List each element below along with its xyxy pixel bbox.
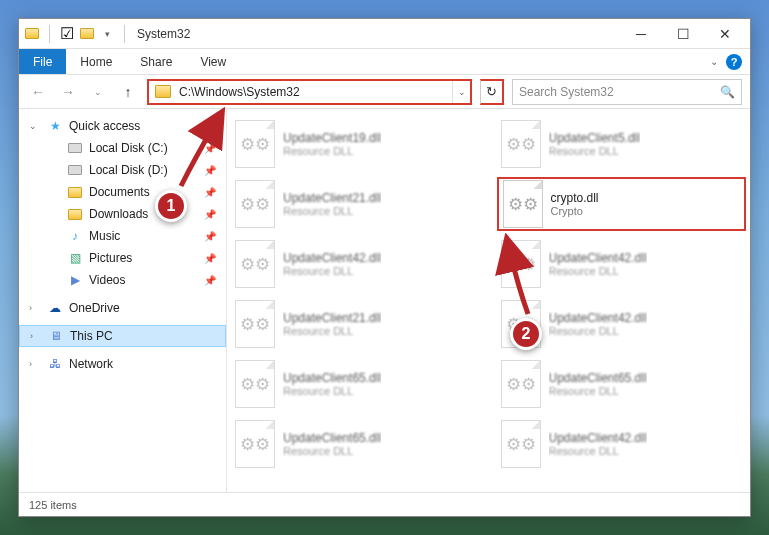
sidebar-item-label: Documents [89,185,150,199]
address-bar[interactable]: C:\Windows\System32 ⌄ [147,79,472,105]
drive-icon [67,140,83,156]
help-icon[interactable]: ? [726,54,742,70]
maximize-button[interactable]: ☐ [662,20,704,48]
sidebar-item-label: Pictures [89,251,132,265]
navbar: ← → ⌄ ↑ C:\Windows\System32 ⌄ ↻ Search S… [19,75,750,109]
file-name: UpdateClient42.dll [283,251,381,265]
tab-share[interactable]: Share [126,49,186,74]
chevron-right-icon: › [30,331,33,341]
file-description: Resource DLL [283,205,381,217]
file-name: UpdateClient21.dll [283,191,381,205]
ribbon: File Home Share View ⌄ ? [19,49,750,75]
address-dropdown-icon[interactable]: ⌄ [452,81,470,103]
tab-file[interactable]: File [19,49,66,74]
sidebar-item-downloads[interactable]: Downloads 📌 [19,203,226,225]
qat-properties-icon[interactable]: ☑ [58,25,76,43]
folder-icon [67,184,83,200]
file-description: Resource DLL [549,445,647,457]
sidebar-label: Network [69,357,113,371]
refresh-button[interactable]: ↻ [480,79,504,105]
chevron-down-icon: ⌄ [29,121,37,131]
sidebar-network[interactable]: › 🖧 Network [19,353,226,375]
dll-file-icon: ⚙⚙ [235,360,275,408]
sidebar-item-videos[interactable]: ▶ Videos 📌 [19,269,226,291]
file-description: Resource DLL [283,325,381,337]
tab-home[interactable]: Home [66,49,126,74]
file-list[interactable]: ⚙⚙ UpdateClient19.dll Resource DLL ⚙⚙ Up… [227,109,750,492]
dll-file-icon: ⚙⚙ [235,420,275,468]
sidebar-item-pictures[interactable]: ▧ Pictures 📌 [19,247,226,269]
file-description: Resource DLL [549,145,640,157]
dll-file-icon: ⚙⚙ [501,420,541,468]
file-name: UpdateClient65.dll [283,431,381,445]
file-description: Resource DLL [283,445,381,457]
titlebar: ☑ ▾ System32 ─ ☐ ✕ [19,19,750,49]
file-item[interactable]: ⚙⚙ UpdateClient42.dll Resource DLL [231,237,481,291]
network-icon: 🖧 [47,356,63,372]
sidebar-this-pc[interactable]: › 🖥 This PC [19,325,226,347]
item-count: 125 items [29,499,77,511]
file-description: Resource DLL [549,325,647,337]
folder-icon [155,85,171,98]
file-description: Resource DLL [283,265,381,277]
qat-customize-icon[interactable]: ▾ [98,25,116,43]
close-button[interactable]: ✕ [704,20,746,48]
dll-file-icon: ⚙⚙ [235,240,275,288]
file-item[interactable]: ⚙⚙ UpdateClient42.dll Resource DLL [497,417,747,471]
pc-icon: 🖥 [48,328,64,344]
picture-icon: ▧ [67,250,83,266]
sidebar-onedrive[interactable]: › ☁ OneDrive [19,297,226,319]
file-name: UpdateClient19.dll [283,131,381,145]
callout-2: 2 [510,318,542,350]
sidebar-item-label: Local Disk (C:) [89,141,168,155]
callout-badge-2: 2 [510,318,542,350]
explorer-window: ☑ ▾ System32 ─ ☐ ✕ File Home Share View … [18,18,751,517]
dll-file-icon: ⚙⚙ [235,180,275,228]
file-item[interactable]: ⚙⚙ UpdateClient21.dll Resource DLL [231,297,481,351]
pin-icon: 📌 [204,209,216,220]
statusbar: 125 items [19,492,750,516]
back-button[interactable]: ← [27,81,49,103]
file-name: UpdateClient42.dll [549,311,647,325]
qat-newfolder-icon[interactable] [78,25,96,43]
file-name: UpdateClient42.dll [549,431,647,445]
file-item[interactable]: ⚙⚙ UpdateClient65.dll Resource DLL [231,357,481,411]
forward-button[interactable]: → [57,81,79,103]
up-button[interactable]: ↑ [117,81,139,103]
sidebar-label: Quick access [69,119,140,133]
dll-file-icon: ⚙⚙ [501,120,541,168]
file-item[interactable]: ⚙⚙ UpdateClient21.dll Resource DLL [231,177,481,231]
file-name: UpdateClient5.dll [549,131,640,145]
drive-icon [67,162,83,178]
file-description: Resource DLL [283,145,381,157]
file-name: UpdateClient42.dll [549,251,647,265]
sidebar-item-label: Videos [89,273,125,287]
search-icon: 🔍 [720,85,735,99]
file-name: UpdateClient65.dll [283,371,381,385]
file-item[interactable]: ⚙⚙ crypto.dll Crypto [497,177,747,231]
sidebar-item-music[interactable]: ♪ Music 📌 [19,225,226,247]
file-description: Crypto [551,205,599,217]
sidebar-label: This PC [70,329,113,343]
search-input[interactable]: Search System32 🔍 [512,79,742,105]
file-description: Resource DLL [549,265,647,277]
address-path[interactable]: C:\Windows\System32 [177,85,452,99]
pin-icon: 📌 [204,275,216,286]
file-item[interactable]: ⚙⚙ UpdateClient65.dll Resource DLL [497,357,747,411]
minimize-button[interactable]: ─ [620,20,662,48]
expand-ribbon-icon[interactable]: ⌄ [710,56,718,67]
file-name: UpdateClient65.dll [549,371,647,385]
file-item[interactable]: ⚙⚙ UpdateClient19.dll Resource DLL [231,117,481,171]
file-item[interactable]: ⚙⚙ UpdateClient65.dll Resource DLL [231,417,481,471]
file-name: crypto.dll [551,191,599,205]
video-icon: ▶ [67,272,83,288]
file-item[interactable]: ⚙⚙ UpdateClient5.dll Resource DLL [497,117,747,171]
file-description: Resource DLL [283,385,381,397]
callout-1: 1 [155,190,187,222]
dll-file-icon: ⚙⚙ [235,300,275,348]
dll-file-icon: ⚙⚙ [503,180,543,228]
tab-view[interactable]: View [186,49,240,74]
folder-icon [67,206,83,222]
search-placeholder: Search System32 [519,85,720,99]
recent-dropdown-icon[interactable]: ⌄ [87,81,109,103]
